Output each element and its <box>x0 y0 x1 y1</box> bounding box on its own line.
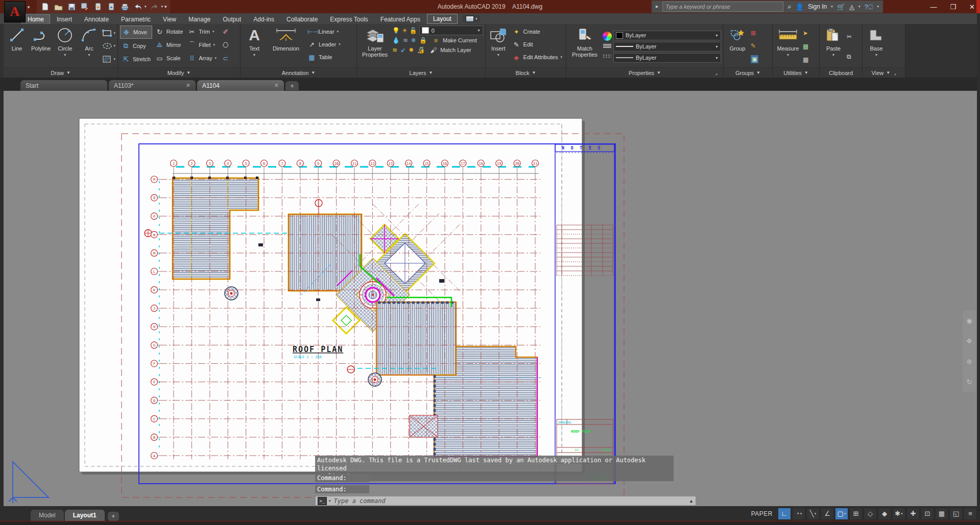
panel-label-modify[interactable]: Modify▼ <box>118 67 240 78</box>
annotation-visibility-toggle[interactable]: ◇ <box>864 508 877 520</box>
match-layer-button[interactable]: 🖌Match Layer <box>427 45 473 55</box>
match-properties-button[interactable]: Match Properties <box>568 26 601 67</box>
search-icon[interactable]: ⌕ <box>787 3 791 11</box>
drawing-canvas[interactable]: 123456789101112131415161718192021 RQPNML… <box>0 91 980 506</box>
group-edit-button[interactable]: ✎ <box>751 42 758 49</box>
panel-label-groups[interactable]: Groups▼ <box>724 67 772 78</box>
save-as-icon[interactable] <box>80 2 90 12</box>
linear-caret-icon[interactable]: ▾ <box>337 30 339 34</box>
text-caret-icon[interactable]: ▼ <box>253 52 256 58</box>
dimension-button[interactable]: Dimension <box>268 26 304 67</box>
fillet-button[interactable]: ⌒Fillet▾ <box>186 39 218 51</box>
ribbon-tab-layout[interactable]: Layout <box>427 14 458 24</box>
ribbon-tab-parametric[interactable]: Parametric <box>115 15 156 24</box>
help-icon[interactable]: ?⃝ <box>865 3 873 11</box>
command-expand-icon[interactable]: ▲ <box>689 498 694 504</box>
file-tab-a1103[interactable]: A1103*✕ <box>109 80 196 91</box>
selection-cycling-toggle[interactable]: ⊞ <box>849 508 863 520</box>
command-input[interactable] <box>333 497 687 505</box>
object-color-dropdown[interactable]: ByLayer▼ <box>613 31 721 40</box>
save-icon[interactable] <box>66 2 77 12</box>
ribbon-tab-output[interactable]: Output <box>217 15 247 24</box>
ribbon-tab-insert[interactable]: Insert <box>51 15 78 24</box>
close-button[interactable]: ✕ <box>969 3 975 11</box>
ribbon-tab-manage[interactable]: Manage <box>183 15 216 24</box>
insert-button[interactable]: Insert▼ <box>488 26 509 67</box>
edit-block-button[interactable]: ✎Edit <box>511 38 564 51</box>
workspace-switching-toggle[interactable]: ✚ <box>906 508 920 520</box>
isometric-drafting-toggle[interactable]: ╲▾ <box>806 508 820 520</box>
view-launcher-icon[interactable]: ⌟ <box>894 70 896 76</box>
isolate-objects-toggle[interactable]: ⊡ <box>921 508 934 520</box>
lineweight-dropdown[interactable]: ByLayer▼ <box>613 42 721 52</box>
application-menu-caret-icon[interactable]: ▼ <box>27 5 31 10</box>
layer-thaw-icon[interactable]: ☀ <box>402 27 408 34</box>
array-button[interactable]: ⠿Array▾ <box>186 52 218 64</box>
annotation-scale-gear-toggle[interactable]: ✱▾ <box>892 508 905 520</box>
layer-prev-icon[interactable]: ⇙ <box>400 46 405 54</box>
array-caret-icon[interactable]: ▾ <box>215 56 217 60</box>
object-snap-tracking-toggle[interactable]: ∠ <box>821 508 834 520</box>
create-block-button[interactable]: ✦Create <box>511 26 564 38</box>
quick-select-button[interactable]: ➤ <box>803 30 808 37</box>
layer-state-icon[interactable]: ✹ <box>409 46 414 54</box>
paper-space-label[interactable]: PAPER <box>751 510 773 517</box>
ribbon-tab-featured-apps[interactable]: Featured Apps <box>375 15 426 24</box>
stretch-button[interactable]: ⇱Stretch <box>120 53 152 65</box>
new-layout-button[interactable]: + <box>108 512 119 521</box>
hardware-acceleration-toggle[interactable]: ▦ <box>935 508 948 520</box>
clean-screen-toggle[interactable]: ◱ <box>949 508 963 520</box>
layer-lock-icon[interactable]: 🔒 <box>419 37 427 44</box>
circle-caret-icon[interactable]: ▼ <box>63 52 67 58</box>
panel-label-draw[interactable]: Draw▼ <box>4 67 117 78</box>
customization-toggle[interactable]: ≡ <box>964 508 977 520</box>
help-caret-icon[interactable]: ▾ <box>877 5 879 9</box>
close-tab-icon[interactable]: ✕ <box>274 82 279 89</box>
undo-icon[interactable] <box>133 2 143 12</box>
object-snap-toggle[interactable]: ▢▾ <box>835 508 848 520</box>
ellipse-button[interactable]: ▾ <box>102 42 116 49</box>
plot-icon[interactable] <box>119 2 130 12</box>
rectangle-caret-icon[interactable]: ▾ <box>114 31 116 35</box>
properties-launcher-icon[interactable]: ⌟ <box>715 70 717 76</box>
save-to-web-mobile-icon[interactable] <box>106 2 116 12</box>
a360-caret-icon[interactable]: ▾ <box>858 5 861 9</box>
id-point-button[interactable]: ▦ <box>803 56 808 63</box>
paste-button[interactable]: Paste▼ <box>822 26 845 67</box>
app-store-cart-icon[interactable]: 🛒 <box>837 3 845 11</box>
paste-caret-icon[interactable]: ▼ <box>832 52 835 58</box>
open-icon[interactable] <box>53 2 63 12</box>
sign-in-caret-icon[interactable]: ▾ <box>831 5 833 9</box>
orbit-icon[interactable]: ↻ <box>967 378 972 386</box>
navigation-bar[interactable]: ◉ ✥ ⊕ ↻ <box>963 310 976 392</box>
base-button[interactable]: Base▼ <box>865 26 888 67</box>
move-button[interactable]: ✥Move <box>120 26 152 39</box>
qnew-icon[interactable] <box>40 2 50 12</box>
open-from-web-mobile-icon[interactable] <box>93 2 103 12</box>
offset-button[interactable]: ⊂ <box>220 52 231 64</box>
leader-button[interactable]: ↗Leader▾ <box>306 38 342 51</box>
scale-button[interactable]: ▭Scale <box>154 52 184 64</box>
make-current-button[interactable]: ≡Make Current <box>430 36 479 45</box>
layer-properties-button[interactable]: Layer Properties <box>359 26 391 67</box>
polyline-button[interactable]: Polyline <box>30 26 52 67</box>
pan-icon[interactable]: ✥ <box>967 337 972 345</box>
arc-button[interactable]: Arc▼ <box>78 26 100 67</box>
layer-off-icon[interactable]: 💧 <box>392 37 400 44</box>
ribbon-tab-express-tools[interactable]: Express Tools <box>324 15 373 24</box>
ribbon-display-button[interactable]: ▾ <box>463 15 481 22</box>
layout1-tab[interactable]: Layout1 <box>65 510 105 521</box>
minimize-button[interactable]: — <box>930 3 937 11</box>
line-button[interactable]: Line <box>6 26 28 67</box>
command-line[interactable]: >_ ▾ ▲ <box>315 496 696 506</box>
sign-in-button[interactable]: Sign In <box>808 3 827 10</box>
panel-label-view[interactable]: View▼⌟ <box>863 67 905 78</box>
file-tab-start[interactable]: Start <box>20 80 107 91</box>
rotate-button[interactable]: ↻Rotate <box>154 26 184 38</box>
circle-button[interactable]: Circle▼ <box>54 26 76 67</box>
measure-button[interactable]: Measure▼ <box>775 26 801 67</box>
close-tab-icon[interactable]: ✕ <box>186 82 190 89</box>
ribbon-tab-home[interactable]: Home <box>21 14 50 24</box>
fillet-caret-icon[interactable]: ▾ <box>213 43 216 47</box>
insert-caret-icon[interactable]: ▼ <box>496 52 500 58</box>
